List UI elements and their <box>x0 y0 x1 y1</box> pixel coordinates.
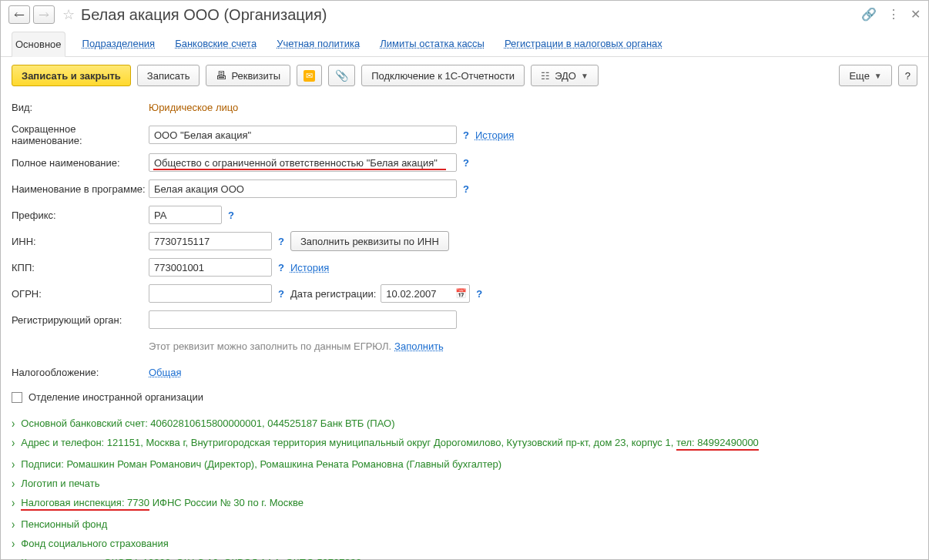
organization-window: 🡐 🡒 ☆ Белая акация ООО (Организация) 🔗 ⋮… <box>0 0 929 560</box>
envelope-icon: ✉ <box>304 70 315 82</box>
favorite-star-icon[interactable]: ☆ <box>62 6 75 23</box>
reg-date-help[interactable]: ? <box>476 288 482 300</box>
close-icon[interactable]: ✕ <box>911 7 921 22</box>
edo-button[interactable]: ☷ ЭДО ▼ <box>531 65 599 86</box>
reg-org-input[interactable] <box>149 310 457 329</box>
acc-tax-insp-rest: ИФНС России № 30 по г. Москве <box>149 497 304 508</box>
acc-stat-codes[interactable]: › Коды статистики: ОКОПФ 12300, ОКФС 16,… <box>12 553 917 560</box>
ogrn-help[interactable]: ? <box>278 288 284 300</box>
prefix-help[interactable]: ? <box>228 210 234 221</box>
kpp-label: КПП: <box>12 262 149 273</box>
save-and-close-button[interactable]: Записать и закрыть <box>12 65 131 86</box>
email-button[interactable]: ✉ <box>297 65 322 86</box>
edo-icon: ☷ <box>541 70 550 82</box>
short-name-input[interactable] <box>149 126 457 144</box>
save-button[interactable]: Записать <box>137 65 200 86</box>
chevron-right-icon: › <box>12 518 15 531</box>
tab-divisions[interactable]: Подразделения <box>79 32 159 56</box>
foreign-branch-checkbox[interactable] <box>12 392 22 403</box>
acc-address-phone[interactable]: › Адрес и телефон: 121151, Москва г, Вну… <box>12 433 917 454</box>
acc-bank-account[interactable]: › Основной банковский счет: 406028106158… <box>12 414 917 433</box>
inn-label: ИНН: <box>12 236 149 247</box>
kebab-menu-icon[interactable]: ⋮ <box>887 7 900 22</box>
acc-tax-insp-code: Налоговая инспекция: 7730 <box>21 497 149 511</box>
forward-button[interactable]: 🡒 <box>33 5 55 24</box>
full-name-input[interactable] <box>149 153 457 172</box>
tab-main[interactable]: Основное <box>12 32 65 57</box>
help-button[interactable]: ? <box>898 65 917 86</box>
chevron-down-icon: ▼ <box>581 72 589 80</box>
full-name-help[interactable]: ? <box>463 157 469 169</box>
requisites-button[interactable]: 🖶 Реквизиты <box>206 65 290 86</box>
prefix-input[interactable] <box>149 206 222 224</box>
inn-input[interactable] <box>149 232 272 250</box>
prefix-label: Префикс: <box>12 210 149 221</box>
chevron-right-icon: › <box>12 458 15 471</box>
more-label: Еще <box>849 70 869 82</box>
chevron-down-icon: ▼ <box>874 72 882 80</box>
kind-value: Юридическое лицо <box>149 102 238 113</box>
tab-tax-registrations[interactable]: Регистрации в налоговых органах <box>501 32 666 56</box>
section-tabs: Основное Подразделения Банковские счета … <box>1 27 928 57</box>
ogrn-input[interactable] <box>149 284 272 303</box>
paperclip-icon: 📎 <box>335 69 348 82</box>
acc-tel-text: тел: 84992490000 <box>676 437 759 451</box>
chevron-right-icon: › <box>12 417 15 431</box>
short-name-help[interactable]: ? <box>463 129 469 141</box>
egrul-hint: Этот реквизит можно заполнить по данным … <box>149 340 391 352</box>
inn-help[interactable]: ? <box>278 236 284 247</box>
fill-by-inn-button[interactable]: Заполнить реквизиты по ИНН <box>290 231 449 251</box>
taxation-link[interactable]: Общая <box>149 367 182 378</box>
acc-signatures[interactable]: › Подписи: Ромашкин Роман Романович (Дир… <box>12 454 917 474</box>
more-button[interactable]: Еще ▼ <box>839 65 891 86</box>
back-button[interactable]: 🡐 <box>8 5 30 24</box>
toolbar: Записать и закрыть Записать 🖶 Реквизиты … <box>1 57 928 94</box>
full-name-label: Полное наименование: <box>12 157 149 169</box>
form-body: Вид: Юридическое лицо Сокращенное наимен… <box>1 94 928 414</box>
calendar-icon[interactable]: 📅 <box>455 288 467 299</box>
ogrn-label: ОГРН: <box>12 288 149 300</box>
connect-reporting-button[interactable]: Подключение к 1С-Отчетности <box>361 65 525 86</box>
requisites-label: Реквизиты <box>231 70 280 82</box>
chevron-right-icon: › <box>12 537 15 551</box>
accordion: › Основной банковский счет: 406028106158… <box>1 414 928 560</box>
chevron-right-icon: › <box>12 477 15 491</box>
tab-cash-limits[interactable]: Лимиты остатка кассы <box>377 32 488 56</box>
acc-address-text: Адрес и телефон: 121151, Москва г, Внутр… <box>21 437 676 448</box>
short-name-history-link[interactable]: История <box>475 129 514 141</box>
chevron-right-icon: › <box>12 556 15 561</box>
kpp-help[interactable]: ? <box>278 262 284 273</box>
acc-logo-stamp[interactable]: › Логотип и печать <box>12 474 917 493</box>
taxation-label: Налогообложение: <box>12 367 149 378</box>
tab-accounting-policy[interactable]: Учетная политика <box>273 32 363 56</box>
link-icon[interactable]: 🔗 <box>861 7 877 22</box>
chevron-right-icon: › <box>12 496 15 510</box>
reg-date-label: Дата регистрации: <box>290 288 376 300</box>
printer-icon: 🖶 <box>216 69 226 82</box>
kpp-history-link[interactable]: История <box>290 262 329 273</box>
titlebar: 🡐 🡒 ☆ Белая акация ООО (Организация) 🔗 ⋮… <box>1 1 928 27</box>
chevron-right-icon: › <box>12 436 15 450</box>
acc-social-fund[interactable]: › Фонд социального страхования <box>12 534 917 553</box>
prog-name-input[interactable] <box>149 179 457 198</box>
foreign-branch-label: Отделение иностранной организации <box>29 391 203 403</box>
window-title: Белая акация ООО (Организация) <box>81 6 327 24</box>
reg-org-label: Регистрирующий орган: <box>12 314 149 326</box>
prog-name-help[interactable]: ? <box>463 183 469 195</box>
attach-button[interactable]: 📎 <box>328 65 355 86</box>
kind-label: Вид: <box>12 102 149 113</box>
acc-tax-inspection[interactable]: › Налоговая инспекция: 7730 ИФНС России … <box>12 493 917 515</box>
egrul-fill-link[interactable]: Заполнить <box>394 340 444 352</box>
prog-name-label: Наименование в программе: <box>12 183 149 195</box>
acc-pension-fund[interactable]: › Пенсионный фонд <box>12 515 917 534</box>
edo-label: ЭДО <box>555 70 576 82</box>
tab-bank-accounts[interactable]: Банковские счета <box>172 32 260 56</box>
short-name-label: Сокращенное наименование: <box>12 123 149 146</box>
kpp-input[interactable] <box>149 258 272 277</box>
